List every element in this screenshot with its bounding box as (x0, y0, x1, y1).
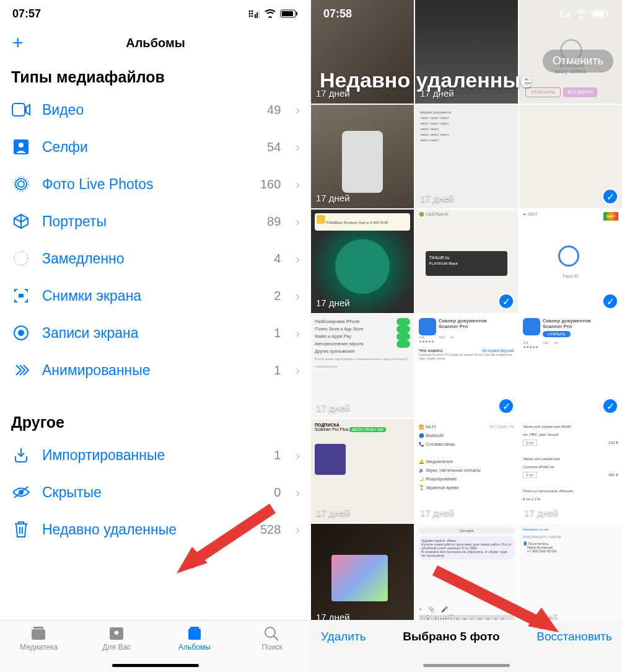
chevron-right-icon: › (296, 326, 300, 340)
row-label: Недавно удаленные (42, 521, 249, 538)
tab-label: Медиатека (20, 643, 58, 652)
cellular-icon (559, 9, 571, 18)
tab-label: Альбомы (178, 643, 211, 652)
selection-count: Выбрано 5 фото (403, 630, 499, 643)
days-remaining: 17 дней (316, 193, 350, 203)
photo-thumbnail[interactable]: форма документатекст текст тексттекст те… (415, 105, 518, 208)
albums-screen: 07:57 + Альбомы Типы медиафайлов Видео 4… (0, 0, 311, 672)
screenshot-icon (11, 286, 31, 306)
photo-thumbnail[interactable]: Экран для радиатора 60х60см, ПВХ, цвет б… (519, 419, 622, 523)
row-selfie[interactable]: Селфи 54 › (0, 128, 311, 166)
tab-library[interactable]: Медиатека (0, 626, 78, 672)
photo-thumbnail[interactable]: 🟢 СБЕРБАНКTinkoff.ruPLATINUM Black✓ (415, 210, 518, 313)
photo-thumbnail[interactable]: ПОДПИСКАScanner Pro Plus БЕСПЛ. ПРОБН. П… (311, 419, 414, 523)
svg-point-21 (18, 330, 24, 336)
nav-header: + Альбомы (0, 27, 311, 58)
row-livephoto[interactable]: Фото Live Photos 160 › (0, 166, 311, 203)
foryou-icon (107, 626, 126, 642)
svg-point-29 (265, 627, 275, 637)
status-bar: 07:57 (0, 0, 311, 27)
photo-grid: 17 дней17 днейПроверьтевашу записьОТМЕНИ… (311, 0, 622, 672)
tab-label: Для Вас (102, 643, 131, 652)
photo-thumbnail[interactable]: Сканер документовScanner Pro4,8★★★★★№74+… (415, 314, 518, 418)
photo-thumbnail[interactable]: Pull&Bear Возврат Карта 3 099 RUB17 дней (311, 210, 414, 313)
slowmo-icon (11, 249, 31, 268)
video-icon (11, 100, 31, 120)
row-label: Фото Live Photos (42, 176, 249, 193)
svg-point-14 (19, 143, 24, 148)
wifi-icon (264, 9, 276, 18)
chevron-right-icon: › (296, 252, 300, 266)
selected-check-icon: ✓ (498, 293, 514, 309)
photo-thumbnail[interactable]: СегодняЗдравствуйте, Иван.Купите пожалуй… (415, 524, 518, 627)
svg-point-4 (249, 15, 251, 17)
svg-point-1 (252, 11, 253, 12)
photo-thumbnail[interactable]: Сканер документовScanner ProОТКРЫТЬ4,8★★… (519, 314, 622, 418)
status-indicators (559, 9, 610, 18)
svg-line-30 (274, 636, 278, 640)
svg-point-31 (560, 11, 562, 12)
import-icon (11, 445, 31, 465)
svg-rect-37 (566, 14, 567, 18)
selected-check-icon: ✓ (602, 398, 618, 414)
livephoto-icon (11, 174, 31, 194)
delete-button[interactable]: Удалить (321, 630, 366, 643)
row-hidden[interactable]: Скрытые 0 › (0, 474, 311, 511)
add-button[interactable]: + (12, 32, 24, 53)
recently-deleted-screen: 17 дней17 днейПроверьтевашу записьОТМЕНИ… (311, 0, 622, 672)
tab-search[interactable]: Поиск (234, 626, 312, 672)
row-label: Импортированные (42, 447, 263, 464)
row-label: Портреты (42, 213, 256, 230)
animated-icon (11, 360, 31, 380)
photo-thumbnail[interactable]: Разблокировка iPhone iTunes Store и App … (311, 314, 414, 418)
record-icon (11, 323, 31, 343)
row-label: Селфи (42, 139, 256, 156)
chevron-right-icon: › (296, 448, 300, 462)
row-portrait[interactable]: Портреты 89 › (0, 203, 311, 240)
svg-rect-42 (607, 12, 608, 15)
row-video[interactable]: Видео 49 › (0, 91, 311, 128)
cancel-button[interactable]: Отменить (543, 50, 613, 73)
photo-thumbnail[interactable]: Написать в чатИНФОРМАЦИЯ О ЗАКАЗЕ👤 Получ… (519, 524, 622, 627)
svg-rect-19 (19, 294, 24, 298)
row-slowmo[interactable]: Замедленно 4 › (0, 240, 311, 277)
status-time: 07:58 (323, 7, 352, 20)
row-imported[interactable]: Импортированные 1 › (0, 436, 311, 474)
photo-thumbnail[interactable]: 📶 Wi-Fi RT-5WiFi-79🔵 Bluetooth📞 Сотовая … (415, 419, 518, 523)
svg-rect-8 (258, 11, 260, 18)
row-animated[interactable]: Анимированные 1 › (0, 351, 311, 389)
search-icon (263, 626, 281, 642)
selfie-icon (11, 137, 31, 157)
svg-point-2 (249, 13, 251, 15)
recover-button[interactable]: Восстановить (537, 630, 612, 643)
section-media-types: Типы медиафайлов (0, 58, 311, 91)
row-label: Анимированные (42, 362, 263, 379)
home-indicator[interactable] (112, 664, 199, 667)
svg-point-33 (560, 13, 562, 15)
trash-icon (11, 519, 31, 539)
photo-thumbnail[interactable]: 17 дней (311, 105, 414, 208)
svg-point-35 (560, 15, 562, 17)
row-label: Снимки экрана (42, 288, 263, 304)
status-indicators (248, 9, 299, 18)
hidden-icon (11, 482, 31, 502)
status-bar: 07:58 (311, 0, 622, 27)
photo-thumbnail[interactable]: ✓ (519, 105, 622, 208)
row-screenrecord[interactable]: Записи экрана 1 › (0, 314, 311, 351)
row-screenshot[interactable]: Снимки экрана 2 › (0, 277, 311, 314)
row-count: 1 (274, 448, 281, 462)
svg-rect-6 (255, 14, 256, 18)
svg-rect-11 (296, 12, 297, 15)
svg-point-3 (252, 13, 253, 15)
photo-thumbnail[interactable]: 17 дней (311, 524, 414, 627)
photo-thumbnail[interactable]: ⬅ 9597МИРFace ID✓ (519, 210, 622, 313)
days-remaining: 17 дней (316, 507, 350, 518)
wifi-icon (575, 9, 587, 18)
row-recently-deleted[interactable]: Недавно удаленные 528 › (0, 511, 311, 548)
row-count: 0 (274, 485, 281, 500)
svg-rect-10 (282, 11, 293, 16)
svg-point-18 (14, 252, 28, 265)
home-indicator[interactable] (423, 664, 510, 667)
svg-point-32 (563, 11, 564, 12)
chevron-right-icon: › (296, 523, 300, 537)
